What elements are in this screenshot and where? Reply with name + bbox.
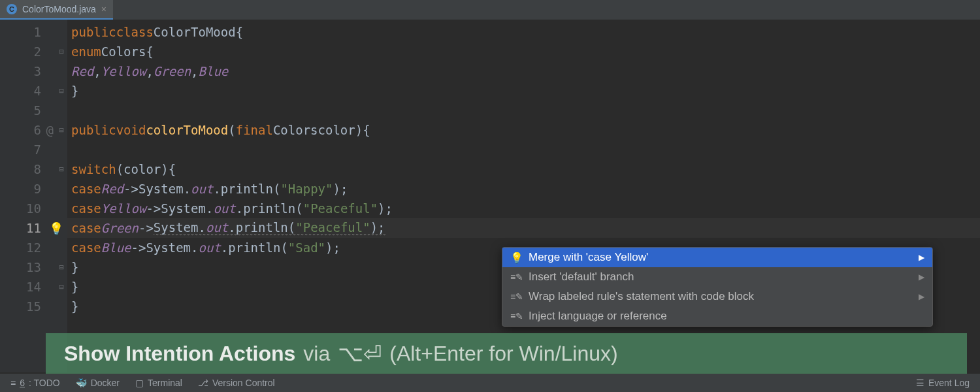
hint-shortcut: ⌥ ⏎: [338, 340, 382, 367]
line-number: 15: [0, 297, 56, 316]
line-number: 7: [0, 140, 56, 159]
hint-title: Show Intention Actions: [64, 342, 295, 366]
intention-insert-default[interactable]: ≡✎ Insert 'default' branch ▶: [502, 267, 932, 287]
code-line[interactable]: case Yellow -> System.out.println("Peace…: [67, 199, 980, 218]
fold-toggle-icon[interactable]: ⊟: [56, 42, 67, 61]
line-number: 13: [0, 257, 56, 277]
option-key-icon: ⌥: [338, 340, 363, 367]
lightbulb-icon[interactable]: 💡: [49, 221, 63, 235]
line-number: 14: [0, 277, 56, 297]
line-number: 3: [0, 61, 56, 81]
tool-window-terminal[interactable]: ▢Terminal: [135, 378, 182, 388]
hint-alt-shortcut: (Alt+Enter for Win/Linux): [389, 342, 617, 366]
pencil-icon: ≡✎: [510, 311, 522, 321]
intention-label: Inject language or reference: [529, 310, 667, 323]
chevron-right-icon: ▶: [919, 253, 924, 262]
hint-via: via: [303, 342, 330, 366]
line-number: 5: [0, 101, 56, 120]
fold-gutter: ⊟ ⊟ ⊟ ⊟ ⊟ ⊟: [56, 20, 67, 372]
close-icon[interactable]: ×: [101, 4, 106, 14]
code-line[interactable]: }: [67, 81, 980, 101]
tool-window-vcs[interactable]: ⎇Version Control: [198, 378, 275, 388]
line-number: 12: [0, 238, 56, 257]
line-number: 10: [0, 199, 56, 218]
line-number: 9: [0, 179, 56, 199]
code-line[interactable]: 💡 case Green -> System.out.println("Peac…: [67, 218, 980, 238]
line-number: 11: [0, 218, 56, 238]
vcs-icon: ⎇: [198, 378, 208, 388]
enter-key-icon: ⏎: [363, 340, 382, 367]
tab-filename: ColorToMood.java: [22, 4, 96, 14]
line-number: 1: [0, 22, 56, 42]
intention-label: Insert 'default' branch: [529, 270, 634, 284]
chevron-right-icon: ▶: [919, 292, 924, 301]
code-line[interactable]: public class ColorToMood {: [67, 22, 980, 42]
line-number: 4: [0, 81, 56, 101]
fold-end-icon[interactable]: ⊟: [56, 277, 67, 297]
lightbulb-icon: 💡: [510, 252, 522, 264]
code-line[interactable]: case Red -> System.out.println("Happy");: [67, 179, 980, 199]
code-line[interactable]: [67, 140, 980, 159]
terminal-icon: ▢: [135, 378, 144, 388]
tool-window-todo[interactable]: ≡ 6: TODO: [10, 378, 60, 388]
tool-window-event-log[interactable]: ☰Event Log: [916, 378, 970, 388]
line-number: 2: [0, 42, 56, 61]
java-class-icon: C: [7, 4, 17, 14]
fold-toggle-icon[interactable]: ⊟: [56, 120, 67, 140]
tab-bar: C ColorToMood.java ×: [0, 0, 980, 20]
fold-end-icon[interactable]: ⊟: [56, 81, 67, 101]
line-number: 6@: [0, 120, 56, 140]
code-line[interactable]: enum Colors {: [67, 42, 980, 61]
event-log-icon: ☰: [916, 378, 924, 388]
pencil-icon: ≡✎: [510, 291, 522, 302]
code-line[interactable]: Red, Yellow, Green, Blue: [67, 61, 980, 81]
file-tab[interactable]: C ColorToMood.java ×: [0, 0, 113, 20]
line-number: 8: [0, 159, 56, 179]
line-number-gutter[interactable]: 1 2 3 4 5 6@ 7 8 9 10 11 12 13 14 15: [0, 20, 56, 372]
intention-label: Wrap labeled rule's statement with code …: [529, 290, 754, 303]
intention-actions-popup: 💡 Merge with 'case Yellow' ▶ ≡✎ Insert '…: [502, 247, 933, 327]
code-line[interactable]: [67, 101, 980, 120]
code-line[interactable]: switch (color) {: [67, 159, 980, 179]
intention-label: Merge with 'case Yellow': [529, 251, 648, 264]
chevron-right-icon: ▶: [919, 272, 924, 282]
learning-hint-banner: Show Intention Actions via ⌥ ⏎ (Alt+Ente…: [46, 333, 967, 374]
pencil-icon: ≡✎: [510, 272, 522, 282]
tool-window-docker[interactable]: 🐳Docker: [76, 378, 120, 388]
intention-wrap-block[interactable]: ≡✎ Wrap labeled rule's statement with co…: [502, 287, 932, 306]
fold-toggle-icon[interactable]: ⊟: [56, 159, 67, 179]
code-line[interactable]: public void colorToMood(final Colors col…: [67, 120, 980, 140]
override-marker-icon[interactable]: @: [46, 123, 54, 137]
fold-end-icon[interactable]: ⊟: [56, 257, 67, 277]
intention-inject-language[interactable]: ≡✎ Inject language or reference: [502, 306, 932, 326]
docker-icon: 🐳: [76, 378, 87, 388]
status-bar: ≡ 6: TODO 🐳Docker ▢Terminal ⎇Version Con…: [0, 374, 980, 392]
intention-merge-case[interactable]: 💡 Merge with 'case Yellow' ▶: [502, 248, 932, 267]
